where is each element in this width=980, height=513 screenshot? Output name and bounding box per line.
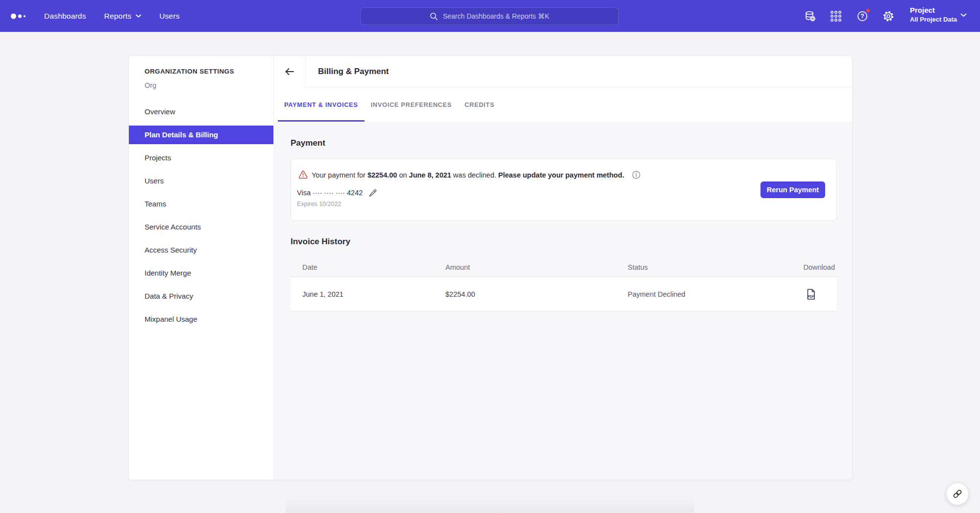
sidebar-item-data-privacy[interactable]: Data & Privacy: [129, 284, 273, 308]
invoice-date: June 1, 2021: [291, 290, 434, 298]
sidebar-item-users[interactable]: Users: [129, 169, 273, 192]
sidebar-item-plan-details-billing[interactable]: Plan Details & Billing: [129, 126, 273, 144]
settings-panel: ORGANIZATION SETTINGS Org Overview Plan …: [128, 55, 853, 480]
column-download: Download: [763, 263, 837, 271]
svg-text:PDF: PDF: [808, 295, 814, 298]
page-header: Billing & Payment: [274, 56, 852, 87]
invoice-table: Date Amount Status Download June 1, 2021…: [291, 258, 837, 311]
mixpanel-logo-icon[interactable]: [11, 13, 27, 20]
alert-message: Your payment for $2254.00 on June 8, 202…: [312, 171, 624, 179]
help-icon[interactable]: ?: [856, 9, 869, 23]
data-management-icon[interactable]: [803, 9, 817, 23]
payment-card: Your payment for $2254.00 on June 8, 202…: [291, 158, 837, 221]
settings-gear-icon[interactable]: [882, 9, 895, 23]
sidebar-item-access-security[interactable]: Access Security: [129, 238, 273, 261]
nav-reports[interactable]: Reports: [104, 12, 142, 21]
notification-badge: [865, 8, 871, 13]
column-amount: Amount: [434, 263, 616, 271]
invoice-row: June 1, 2021 $2254.00 Payment Declined P…: [291, 277, 837, 311]
project-label: Project: [910, 5, 957, 15]
nav-users[interactable]: Users: [159, 12, 179, 21]
top-nav: Dashboards Reports Users Search Dashboar…: [0, 0, 980, 32]
invoice-table-header: Date Amount Status Download: [291, 258, 837, 277]
app-root: Dashboards Reports Users Search Dashboar…: [0, 0, 980, 513]
page-title: Billing & Payment: [318, 56, 389, 87]
nav-links: Dashboards Reports Users: [44, 0, 180, 32]
card-expiry: Expires 10/2022: [297, 201, 341, 207]
sidebar-heading: ORGANIZATION SETTINGS: [145, 68, 234, 75]
project-chevron-down-icon[interactable]: [960, 13, 967, 17]
apps-grid-icon[interactable]: [829, 9, 843, 23]
column-date: Date: [291, 263, 434, 271]
invoice-status: Payment Declined: [616, 290, 763, 298]
search-icon: [430, 12, 438, 21]
main-area: Billing & Payment PAYMENT & INVOICES INV…: [274, 56, 852, 480]
rerun-payment-button[interactable]: Rerun Payment: [760, 181, 825, 198]
payment-heading: Payment: [291, 138, 325, 148]
payment-declined-alert: Your payment for $2254.00 on June 8, 202…: [298, 171, 640, 179]
payment-method: Visa ···· ···· ···· 4242: [297, 188, 377, 197]
search-input[interactable]: Search Dashboards & Reports ⌘K: [360, 7, 619, 25]
nav-reports-label: Reports: [104, 12, 132, 21]
org-name: Org: [145, 81, 156, 89]
chevron-down-icon: [136, 14, 141, 18]
warning-triangle-icon: [298, 171, 308, 179]
copy-link-button[interactable]: [946, 483, 969, 505]
tab-payment-invoices[interactable]: PAYMENT & INVOICES: [278, 87, 365, 122]
invoice-history-heading: Invoice History: [291, 237, 350, 247]
pdf-file-icon: PDF: [806, 288, 816, 300]
tab-credits[interactable]: CREDITS: [458, 87, 501, 122]
project-value: All Project Data: [910, 15, 957, 24]
sidebar-item-identity-merge[interactable]: Identity Merge: [129, 261, 273, 284]
pencil-icon: [368, 188, 377, 197]
sidebar-item-projects[interactable]: Projects: [129, 146, 273, 169]
download-pdf-button[interactable]: PDF: [763, 288, 837, 300]
project-switcher[interactable]: Project All Project Data: [910, 5, 957, 24]
back-button[interactable]: [274, 56, 306, 87]
tab-bar: PAYMENT & INVOICES INVOICE PREFERENCES C…: [274, 87, 852, 122]
search-placeholder: Search Dashboards & Reports ⌘K: [443, 12, 549, 20]
sidebar-item-teams[interactable]: Teams: [129, 192, 273, 215]
nav-dashboards[interactable]: Dashboards: [44, 12, 86, 21]
tab-content: Payment Your payment for $2254.00 on Jun…: [274, 122, 852, 480]
sidebar-item-overview[interactable]: Overview: [129, 100, 273, 123]
sidebar-menu: Overview Plan Details & Billing Projects…: [129, 100, 273, 331]
tab-invoice-preferences[interactable]: INVOICE PREFERENCES: [365, 87, 458, 122]
sidebar-item-service-accounts[interactable]: Service Accounts: [129, 215, 273, 238]
sidebar-item-mixpanel-usage[interactable]: Mixpanel Usage: [129, 308, 273, 331]
column-status: Status: [616, 263, 763, 271]
arrow-left-icon: [285, 68, 294, 76]
info-icon[interactable]: [632, 171, 640, 179]
invoice-amount: $2254.00: [434, 290, 616, 298]
sidebar: ORGANIZATION SETTINGS Org Overview Plan …: [129, 56, 274, 480]
bottom-sheet-edge: [286, 497, 694, 513]
link-icon: [952, 488, 963, 499]
svg-text:?: ?: [860, 13, 864, 20]
card-number: Visa ···· ···· ···· 4242: [297, 189, 363, 197]
edit-payment-method-button[interactable]: [368, 188, 377, 197]
